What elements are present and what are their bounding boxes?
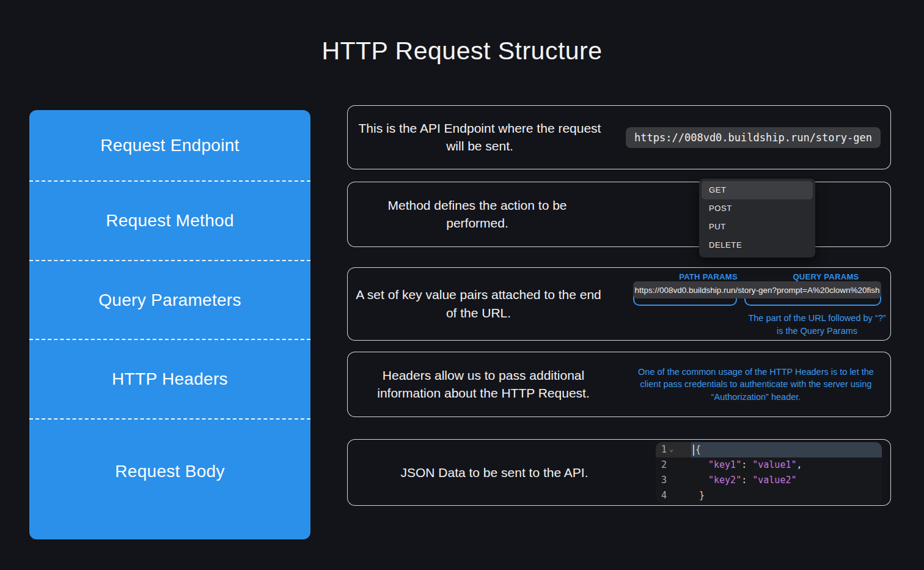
sidebar-item-label: HTTP Headers — [112, 369, 228, 389]
panel-http-headers: Headers allow us to pass additional info… — [347, 352, 891, 417]
code-line-4: 4 } — [656, 488, 882, 503]
line-number: 4 — [661, 488, 667, 503]
line-gutter: 3 — [656, 473, 691, 488]
method-option-post[interactable]: POST — [702, 199, 813, 218]
method-dropdown: GET POST PUT DELETE — [699, 179, 815, 257]
code-content: { — [691, 442, 882, 457]
method-description: Method defines the action to be performe… — [361, 196, 593, 233]
sidebar: Request Endpoint Request Method Query Pa… — [29, 110, 310, 539]
line-gutter: 1 ⌄ — [656, 442, 691, 457]
line-number: 1 — [661, 442, 667, 457]
sidebar-item-label: Query Parameters — [98, 291, 241, 310]
sidebar-item-request-method: Request Method — [29, 182, 310, 261]
text-cursor — [693, 445, 694, 456]
method-option-get[interactable]: GET — [702, 181, 813, 199]
method-option-put[interactable]: PUT — [702, 218, 813, 236]
path-params-label: PATH PARAMS — [666, 272, 751, 281]
line-number: 2 — [661, 457, 667, 473]
method-option-delete[interactable]: DELETE — [702, 236, 813, 254]
sidebar-item-label: Request Endpoint — [100, 136, 239, 155]
code-content: } — [691, 488, 882, 503]
headers-note: One of the common usage of the HTTP Head… — [630, 366, 882, 404]
sidebar-item-label: Request Method — [106, 211, 234, 231]
sidebar-item-request-endpoint: Request Endpoint — [29, 110, 310, 182]
sidebar-item-http-headers: HTTP Headers — [29, 340, 310, 420]
endpoint-url-chip: https://008vd0.buildship.run/story-gen — [626, 127, 881, 148]
page-title: HTTP Request Structure — [0, 37, 924, 65]
sidebar-item-query-parameters: Query Parameters — [29, 261, 310, 340]
body-description: JSON Data to be sent to the API. — [366, 464, 623, 482]
code-line-1: 1 ⌄ { — [656, 442, 882, 457]
line-number: 3 — [661, 473, 667, 488]
query-description: A set of key value pairs attached to the… — [353, 286, 604, 322]
endpoint-description: This is the API Endpoint where the reque… — [355, 119, 604, 156]
http-request-structure-diagram: HTTP Request Structure Request Endpoint … — [0, 0, 924, 570]
sidebar-item-label: Request Body — [115, 462, 225, 481]
code-content: "key1": "value1", — [691, 457, 882, 473]
json-editor[interactable]: 1 ⌄ { 2 "key1": "value1", 3 "key2": "val… — [656, 442, 882, 504]
query-params-label: QUERY PARAMS — [782, 272, 870, 281]
panel-endpoint: This is the API Endpoint where the reque… — [347, 105, 891, 169]
code-content: "key2": "value2" — [691, 473, 882, 488]
line-gutter: 2 — [656, 457, 691, 473]
chevron-down-icon[interactable]: ⌄ — [669, 445, 673, 453]
query-url-chip: https://008vd0.buildship.run/story-gen?p… — [633, 281, 881, 298]
headers-description: Headers allow us to pass additional info… — [353, 366, 614, 403]
code-line-3: 3 "key2": "value2" — [656, 473, 882, 488]
panel-query-parameters: A set of key value pairs attached to the… — [347, 267, 891, 341]
line-gutter: 4 — [656, 488, 691, 503]
panel-request-body: JSON Data to be sent to the API. 1 ⌄ { 2… — [347, 439, 891, 506]
code-line-2: 2 "key1": "value1", — [656, 457, 882, 473]
query-params-note: The part of the URL followed by “?” is t… — [747, 312, 887, 337]
sidebar-item-request-body: Request Body — [29, 420, 310, 539]
